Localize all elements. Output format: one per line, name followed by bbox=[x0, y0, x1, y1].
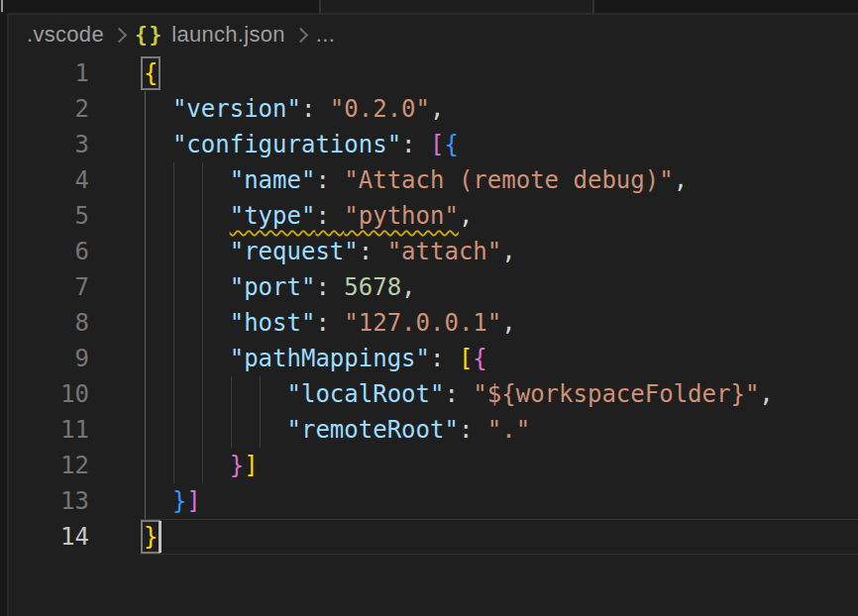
indent-guide bbox=[202, 234, 203, 269]
matched-bracket: } bbox=[144, 523, 158, 551]
indent-guide bbox=[260, 376, 261, 412]
code-line-2[interactable]: 2 "version": "0.2.0", bbox=[9, 91, 858, 127]
token: 5678 bbox=[344, 273, 401, 301]
indent-whitespace bbox=[144, 131, 172, 158]
indent-whitespace bbox=[144, 487, 172, 515]
line-number: 14 bbox=[9, 519, 144, 555]
line-number: 7 bbox=[9, 269, 144, 305]
indent-guide bbox=[173, 234, 174, 269]
token: , bbox=[501, 309, 515, 337]
token: "host" bbox=[230, 309, 316, 337]
indent-guide bbox=[145, 483, 146, 519]
breadcrumb-symbol-more[interactable]: ... bbox=[316, 22, 335, 48]
token: } bbox=[172, 487, 186, 515]
token: : bbox=[315, 166, 344, 194]
line-number: 1 bbox=[9, 55, 144, 91]
code-content[interactable]: "type": "python", bbox=[144, 198, 858, 234]
token: "name" bbox=[230, 166, 316, 194]
window-edge-mark bbox=[1, 0, 3, 12]
token: : bbox=[359, 238, 387, 265]
code-content[interactable]: "name": "Attach (remote debug)", bbox=[144, 162, 858, 198]
token: "type" bbox=[230, 202, 316, 230]
token: : bbox=[315, 273, 344, 301]
line-number: 10 bbox=[9, 376, 144, 412]
indent-guide bbox=[145, 269, 146, 305]
code-line-12[interactable]: 12 }] bbox=[9, 448, 858, 483]
code-line-9[interactable]: 9 "pathMappings": [{ bbox=[9, 341, 858, 376]
line-number: 9 bbox=[9, 341, 144, 376]
code-line-10[interactable]: 10 "localRoot": "${workspaceFolder}", bbox=[9, 376, 858, 412]
indent-guide bbox=[145, 376, 146, 412]
window-left-strip bbox=[0, 13, 9, 616]
code-line-1[interactable]: 1{ bbox=[9, 55, 858, 91]
indent-guide bbox=[202, 341, 203, 376]
token: "version" bbox=[172, 95, 301, 123]
warning-squiggle: "type": "python" bbox=[230, 202, 459, 230]
indent-guide bbox=[173, 412, 174, 448]
code-content[interactable]: }] bbox=[144, 448, 858, 483]
indent-guide bbox=[202, 162, 203, 198]
token: "0.2.0" bbox=[330, 95, 430, 123]
indent-whitespace bbox=[144, 166, 230, 194]
code-line-13[interactable]: 13 }] bbox=[9, 483, 858, 519]
active-tab-sliver[interactable] bbox=[320, 0, 593, 13]
code-line-6[interactable]: 6 "request": "attach", bbox=[9, 234, 858, 269]
line-number: 6 bbox=[9, 234, 144, 269]
token: "configurations" bbox=[172, 131, 401, 158]
code-line-5[interactable]: 5 "type": "python", bbox=[9, 198, 858, 234]
indent-guide bbox=[202, 269, 203, 305]
code-content[interactable]: "host": "127.0.0.1", bbox=[144, 305, 858, 341]
token: , bbox=[459, 202, 473, 230]
chevron-right-icon bbox=[293, 27, 309, 43]
token: , bbox=[501, 238, 515, 265]
token: [ bbox=[430, 131, 444, 158]
indent-guide bbox=[202, 448, 203, 483]
token: "${workspaceFolder}" bbox=[473, 380, 759, 408]
token: ] bbox=[244, 452, 258, 479]
code-line-8[interactable]: 8 "host": "127.0.0.1", bbox=[9, 305, 858, 341]
line-number: 11 bbox=[9, 412, 144, 448]
code-content[interactable]: "request": "attach", bbox=[144, 234, 858, 269]
chevron-right-icon bbox=[112, 27, 128, 43]
code-content[interactable]: { bbox=[144, 55, 858, 91]
tab-divider bbox=[592, 0, 594, 13]
indent-guide bbox=[202, 376, 203, 412]
token: "." bbox=[487, 416, 530, 444]
indent-guide bbox=[173, 162, 174, 198]
code-content[interactable]: } bbox=[144, 519, 858, 555]
token: "python" bbox=[344, 202, 459, 230]
token: "Attach (remote debug)" bbox=[344, 166, 673, 194]
token: "pathMappings" bbox=[230, 345, 430, 372]
code-content[interactable]: "remoteRoot": "." bbox=[144, 412, 858, 448]
code-line-14[interactable]: 14} bbox=[9, 519, 858, 555]
breadcrumb-folder[interactable]: .vscode bbox=[27, 22, 104, 48]
indent-guide bbox=[202, 305, 203, 341]
token: : bbox=[301, 95, 330, 123]
code-line-3[interactable]: 3 "configurations": [{ bbox=[9, 127, 858, 162]
indent-guide bbox=[202, 412, 203, 448]
code-lines: 1{2 "version": "0.2.0",3 "configurations… bbox=[9, 55, 858, 555]
token: "remoteRoot" bbox=[287, 416, 459, 444]
indent-guide bbox=[145, 305, 146, 341]
code-content[interactable]: "port": 5678, bbox=[144, 269, 858, 305]
code-content[interactable]: "pathMappings": [{ bbox=[144, 341, 858, 376]
token: } bbox=[230, 452, 244, 479]
token: { bbox=[444, 131, 458, 158]
code-line-7[interactable]: 7 "port": 5678, bbox=[9, 269, 858, 305]
code-line-4[interactable]: 4 "name": "Attach (remote debug)", bbox=[9, 162, 858, 198]
indent-whitespace bbox=[144, 309, 230, 337]
token: [ bbox=[459, 345, 473, 372]
code-content[interactable]: "configurations": [{ bbox=[144, 127, 858, 162]
code-line-11[interactable]: 11 "remoteRoot": "." bbox=[9, 412, 858, 448]
breadcrumb-file[interactable]: launch.json bbox=[171, 22, 285, 48]
token: "port" bbox=[230, 273, 316, 301]
token: "localRoot" bbox=[287, 380, 445, 408]
token: , bbox=[401, 273, 415, 301]
indent-whitespace bbox=[144, 273, 230, 301]
token: : bbox=[444, 380, 473, 408]
code-content[interactable]: "localRoot": "${workspaceFolder}", bbox=[144, 376, 858, 412]
code-content[interactable]: "version": "0.2.0", bbox=[144, 91, 858, 127]
indent-guide bbox=[231, 376, 232, 412]
code-content[interactable]: }] bbox=[144, 483, 858, 519]
token: , bbox=[430, 95, 444, 123]
